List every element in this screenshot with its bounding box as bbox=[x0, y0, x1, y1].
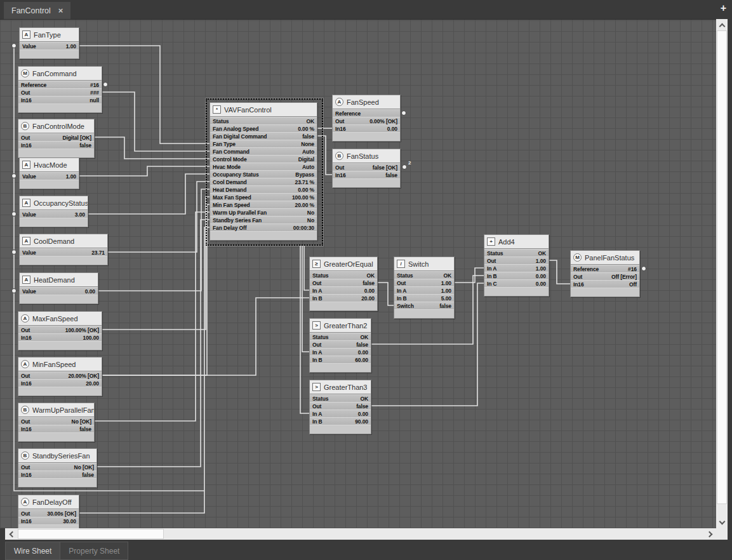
wire-link[interactable] bbox=[302, 246, 309, 352]
block-row-fan-delay-off[interactable]: Fan Delay Off00:00:30 bbox=[210, 223, 317, 231]
block-GreaterThan3[interactable]: >GreaterThan3StatusOKOutfalseIn A0.00In … bbox=[309, 380, 371, 434]
fanspeed-reference-port[interactable] bbox=[401, 110, 406, 116]
wire-link[interactable] bbox=[549, 260, 570, 284]
block-FanType[interactable]: AFanTypeValue1.00 bbox=[19, 27, 79, 59]
block-header[interactable]: ≥GreaterOrEqual bbox=[310, 257, 377, 271]
block-row-warm-up-parallel-fan[interactable]: Warm Up Parallel FanNo bbox=[210, 208, 317, 216]
scroll-left-icon[interactable] bbox=[5, 528, 17, 540]
block-row-in-a[interactable]: In A0.00 bbox=[310, 286, 377, 294]
block-row-status[interactable]: StatusOK bbox=[310, 394, 371, 402]
block-row-in-b[interactable]: In B90.00 bbox=[310, 417, 371, 425]
block-row-in-a[interactable]: In A1.00 bbox=[394, 286, 454, 294]
wire-link[interactable] bbox=[88, 174, 210, 214]
block-header[interactable]: AFanDelayOff bbox=[18, 495, 79, 509]
wiresheet-canvas[interactable]: AFanTypeValue1.00MFanCommandReference#16… bbox=[0, 19, 716, 528]
block-row-out[interactable]: Outfalse bbox=[310, 402, 371, 410]
block-row-in-a[interactable]: In A1.00 bbox=[484, 264, 549, 272]
block-row-cool-demand[interactable]: Cool Demand23.71 % bbox=[210, 178, 317, 185]
block-row-status[interactable]: StatusOK bbox=[394, 271, 454, 279]
block-row-in-b[interactable]: In B60.00 bbox=[310, 356, 371, 363]
block-row-in16[interactable]: In16false bbox=[18, 470, 96, 478]
block-header[interactable]: AHeatDemand bbox=[20, 273, 98, 287]
block-row-value[interactable]: Value3.00 bbox=[20, 210, 88, 218]
block-row-occupancy-status[interactable]: Occupancy StatusBypass bbox=[210, 170, 317, 178]
scroll-up-icon[interactable] bbox=[716, 19, 728, 30]
block-row-reference[interactable]: Reference#16 bbox=[18, 81, 102, 88]
block-MaxFanSpeed[interactable]: AMaxFanSpeedOut100.00% [OK]In16100.00 bbox=[18, 311, 102, 350]
block-header[interactable]: >GreaterThan3 bbox=[310, 380, 371, 394]
block-row-status[interactable]: StatusOK bbox=[484, 249, 549, 257]
block-row-out[interactable]: Out### bbox=[18, 88, 102, 96]
block-row-value[interactable]: Value23.71 bbox=[20, 248, 107, 256]
h-scroll-thumb[interactable] bbox=[18, 529, 164, 539]
fancommand-reference-port[interactable] bbox=[103, 82, 108, 87]
block-VAVFanControl[interactable]: *VAVFanControlStatusOKFan Analog Speed0.… bbox=[210, 102, 317, 241]
block-FanStatus[interactable]: BFanStatusOutfalse [OK]In16false bbox=[332, 149, 401, 188]
block-FanControlMode[interactable]: BFanControlModeOutDigital [OK]In16false bbox=[18, 119, 95, 158]
block-row-out[interactable]: Outfalse [OK] bbox=[333, 163, 400, 171]
block-WarmUpParallelFan[interactable]: BWarmUpParallelFanOutNo [OK]In16false bbox=[18, 403, 95, 442]
block-row-out[interactable]: Out1.00 bbox=[394, 279, 454, 286]
block-header[interactable]: *VAVFanControl bbox=[210, 103, 317, 117]
v-scroll-thumb[interactable] bbox=[717, 30, 727, 504]
wire-link[interactable] bbox=[108, 182, 210, 252]
wire-link[interactable] bbox=[98, 189, 210, 291]
block-header[interactable]: MFanCommand bbox=[18, 67, 102, 81]
block-FanCommand[interactable]: MFanCommandReference#16Out###In16null bbox=[18, 66, 102, 113]
block-row-hvac-mode[interactable]: Hvac ModeAuto bbox=[210, 163, 317, 170]
wire-link[interactable] bbox=[102, 197, 210, 330]
scroll-down-icon[interactable] bbox=[716, 517, 728, 528]
block-row-in-a[interactable]: In A0.00 bbox=[310, 348, 371, 356]
wire-link[interactable] bbox=[102, 204, 210, 375]
block-row-in16[interactable]: In16Off bbox=[571, 280, 639, 288]
block-header[interactable]: ACoolDemand bbox=[20, 234, 107, 248]
panelfanstatus-reference-port[interactable] bbox=[641, 266, 646, 271]
block-row-out[interactable]: OutNo [OK] bbox=[18, 417, 94, 425]
block-row-fan-analog-speed[interactable]: Fan Analog Speed0.00 % bbox=[210, 124, 317, 132]
block-row-in16[interactable]: In1630.00 bbox=[18, 517, 79, 524]
block-row-switch[interactable]: Switchfalse bbox=[394, 302, 454, 309]
block-header[interactable]: AMinFanSpeed bbox=[18, 357, 102, 371]
hvacmode-value-port[interactable] bbox=[11, 173, 17, 178]
block-header[interactable]: AOccupancyStatus bbox=[20, 196, 88, 210]
heatdemand-value-port[interactable] bbox=[11, 288, 17, 293]
block-row-out[interactable]: Out20.00% [OK] bbox=[18, 371, 102, 379]
block-row-fan-digital-command[interactable]: Fan Digital Commandfalse bbox=[210, 132, 317, 140]
block-row-control-mode[interactable]: Control ModeDigital bbox=[210, 155, 317, 163]
block-header[interactable]: MPanelFanStatus bbox=[571, 251, 639, 265]
block-row-in-c[interactable]: In C0.00 bbox=[484, 279, 549, 287]
block-row-in-b[interactable]: In B5.00 bbox=[394, 294, 454, 302]
wire-link[interactable] bbox=[95, 137, 210, 159]
block-row-in16[interactable]: In16100.00 bbox=[18, 333, 102, 341]
block-PanelFanStatus[interactable]: MPanelFanStatusReference#16OutOff [Error… bbox=[570, 250, 640, 297]
block-row-in-b[interactable]: In B0.00 bbox=[484, 272, 549, 279]
block-row-standby-series-fan[interactable]: Standby Series FanNo bbox=[210, 216, 317, 223]
block-row-in16[interactable]: In16false bbox=[18, 425, 94, 432]
block-row-out[interactable]: Out0.00% [OK] bbox=[333, 117, 400, 124]
block-row-status[interactable]: StatusOK bbox=[310, 333, 371, 340]
block-header[interactable]: AFanSpeed bbox=[333, 95, 400, 109]
block-header[interactable]: BWarmUpParallelFan bbox=[18, 403, 94, 417]
block-FanDelayOff[interactable]: AFanDelayOffOut30.00s [OK]In1630.00 bbox=[18, 495, 79, 528]
tab-fancontrol[interactable]: FanControl × bbox=[4, 2, 70, 19]
fanstatus-out-port[interactable] bbox=[402, 164, 407, 170]
block-row-status[interactable]: StatusOK bbox=[310, 271, 377, 279]
block-row-out[interactable]: Out30.00s [OK] bbox=[18, 509, 79, 517]
block-row-in16[interactable]: In16false bbox=[18, 141, 94, 149]
block-row-value[interactable]: Value1.00 bbox=[20, 172, 79, 180]
h-scrollbar[interactable] bbox=[5, 528, 716, 540]
block-row-fan-command[interactable]: Fan CommandAuto bbox=[210, 147, 317, 155]
occupancystatus-value-port[interactable] bbox=[11, 211, 17, 217]
close-icon[interactable]: × bbox=[58, 6, 63, 15]
block-row-heat-demand[interactable]: Heat Demand0.00 % bbox=[210, 185, 317, 193]
block-row-in16[interactable]: In160.00 bbox=[333, 124, 400, 132]
block-header[interactable]: /Switch bbox=[394, 257, 454, 271]
block-row-status[interactable]: StatusOK bbox=[210, 117, 317, 124]
block-header[interactable]: AHvacMode bbox=[20, 158, 79, 172]
block-row-reference[interactable]: Reference bbox=[333, 109, 400, 117]
block-row-in16[interactable]: In16false bbox=[333, 171, 400, 178]
block-header[interactable]: BFanControlMode bbox=[18, 119, 94, 133]
block-row-in-b[interactable]: In B20.00 bbox=[310, 294, 377, 302]
block-header[interactable]: BFanStatus bbox=[333, 149, 400, 163]
block-MinFanSpeed[interactable]: AMinFanSpeedOut20.00% [OK]In1620.00 bbox=[18, 357, 102, 396]
